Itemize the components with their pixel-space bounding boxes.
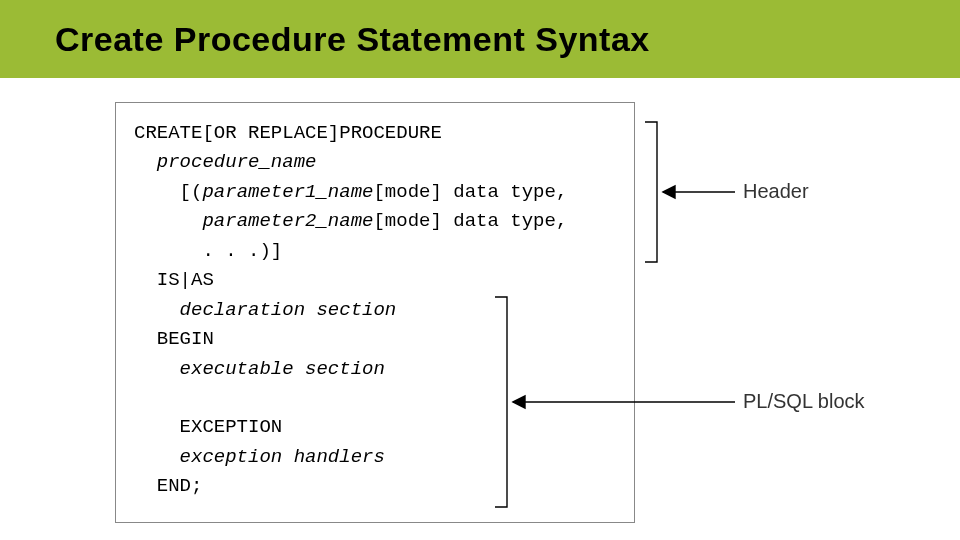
header-bracket [645,122,657,262]
header-arrow-icon [663,186,735,198]
code-line: IS|AS [134,266,616,295]
code-line: END; [134,472,616,501]
code-line: CREATE[OR REPLACE]PROCEDURE [134,119,616,148]
code-wrapper: CREATE[OR REPLACE]PROCEDURE procedure_na… [115,102,960,523]
code-line: [(parameter1_name[mode] data type, [134,178,616,207]
code-line: procedure_name [134,148,616,177]
syntax-box: CREATE[OR REPLACE]PROCEDURE procedure_na… [115,102,635,523]
code-line [134,384,616,413]
code-line: declaration section [134,296,616,325]
body-label: PL/SQL block [743,390,865,413]
page-title: Create Procedure Statement Syntax [55,20,650,59]
content-area: CREATE[OR REPLACE]PROCEDURE procedure_na… [0,78,960,523]
header-label: Header [743,180,809,203]
code-line: parameter2_name[mode] data type, [134,207,616,236]
code-line: executable section [134,355,616,384]
title-banner: Create Procedure Statement Syntax [0,0,960,78]
code-line: BEGIN [134,325,616,354]
code-line: . . .)] [134,237,616,266]
svg-marker-1 [663,186,675,198]
code-line: EXCEPTION [134,413,616,442]
code-line: exception handlers [134,443,616,472]
